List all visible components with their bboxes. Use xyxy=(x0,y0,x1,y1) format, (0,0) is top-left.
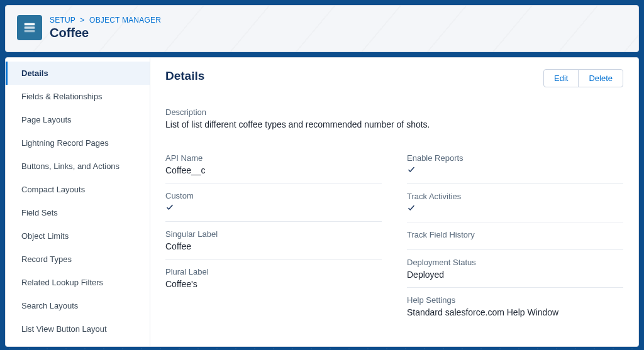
sidebar-item-lightning-record-pages[interactable]: Lightning Record Pages xyxy=(6,131,150,155)
object-manager-icon xyxy=(17,15,42,40)
action-buttons: Edit Delete xyxy=(543,69,623,87)
sidebar-item-record-types[interactable]: Record Types xyxy=(6,248,150,271)
field-label: Track Field History xyxy=(407,230,623,239)
field-label: Enable Reports xyxy=(407,153,623,163)
field-value: Deployed xyxy=(407,270,623,283)
field-row-enable-reports: Enable Reports xyxy=(407,150,623,184)
breadcrumb-setup[interactable]: SETUP xyxy=(50,16,75,25)
details-right-column: Enable ReportsTrack ActivitiesTrack Fiel… xyxy=(407,150,623,329)
sidebar-item-search-layouts[interactable]: Search Layouts xyxy=(6,294,150,317)
main-title: Details xyxy=(165,69,204,83)
field-label: Singular Label xyxy=(165,229,382,239)
sidebar-item-details[interactable]: Details xyxy=(6,62,150,85)
content-card: DetailsFields & RelationshipsPage Layout… xyxy=(5,57,639,347)
field-label: Help Settings xyxy=(407,295,623,305)
sidebar-item-field-sets[interactable]: Field Sets xyxy=(6,201,150,224)
field-row-help-settings: Help SettingsStandard salesforce.com Hel… xyxy=(407,292,623,325)
field-value xyxy=(165,203,382,217)
field-value: Standard salesforce.com Help Window xyxy=(407,307,623,321)
field-row-track-activities: Track Activities xyxy=(407,188,623,222)
field-label: Plural Label xyxy=(165,267,382,276)
sidebar-item-page-layouts[interactable]: Page Layouts xyxy=(6,108,150,131)
sidebar-item-fields-relationships[interactable]: Fields & Relationships xyxy=(6,85,150,108)
sidebar: DetailsFields & RelationshipsPage Layout… xyxy=(6,58,150,346)
sidebar-item-list-view-button-layout[interactable]: List View Button Layout xyxy=(6,317,150,341)
sidebar-item-compact-layouts[interactable]: Compact Layouts xyxy=(6,178,150,201)
description-value: List of list different coffee types and … xyxy=(165,119,623,133)
check-icon xyxy=(165,203,174,212)
field-row-api-name: API NameCoffee__c xyxy=(165,150,382,183)
field-value: Coffee's xyxy=(165,279,382,293)
svg-rect-1 xyxy=(25,26,35,29)
field-value: Coffee__c xyxy=(165,165,382,179)
check-icon xyxy=(407,165,416,174)
breadcrumb-object-manager[interactable]: OBJECT MANAGER xyxy=(89,16,161,25)
description-block: Description List of list different coffe… xyxy=(165,107,623,133)
svg-rect-0 xyxy=(25,23,35,26)
field-row-track-field-history: Track Field History xyxy=(407,226,623,250)
svg-rect-2 xyxy=(25,30,35,33)
field-row-singular-label: Singular LabelCoffee xyxy=(165,226,382,260)
delete-button[interactable]: Delete xyxy=(578,69,623,87)
field-value xyxy=(407,165,623,180)
field-value xyxy=(407,242,623,246)
field-label: Custom xyxy=(165,191,382,200)
field-label: Track Activities xyxy=(407,192,623,201)
description-label: Description xyxy=(165,107,623,117)
field-row-custom: Custom xyxy=(165,187,382,222)
header-card: SETUP > OBJECT MANAGER Coffee xyxy=(5,5,639,52)
sidebar-item-object-limits[interactable]: Object Limits xyxy=(6,224,150,248)
field-value: Coffee xyxy=(165,241,382,255)
sidebar-item-related-lookup-filters[interactable]: Related Lookup Filters xyxy=(6,271,150,294)
check-icon xyxy=(407,204,416,212)
edit-button[interactable]: Edit xyxy=(543,69,579,87)
field-row-deployment-status: Deployment StatusDeployed xyxy=(407,254,623,288)
sidebar-item-buttons-links-and-actions[interactable]: Buttons, Links, and Actions xyxy=(6,155,150,178)
page-title: Coffee xyxy=(50,26,161,40)
field-label: API Name xyxy=(165,153,382,163)
field-label: Deployment Status xyxy=(407,258,623,267)
field-row-plural-label: Plural LabelCoffee's xyxy=(165,263,382,297)
main-panel: Details Edit Delete Description List of … xyxy=(150,58,638,346)
breadcrumb: SETUP > OBJECT MANAGER xyxy=(50,16,161,25)
field-value xyxy=(407,204,623,218)
details-left-column: API NameCoffee__cCustomSingular LabelCof… xyxy=(165,150,382,329)
breadcrumb-sep: > xyxy=(80,16,84,25)
